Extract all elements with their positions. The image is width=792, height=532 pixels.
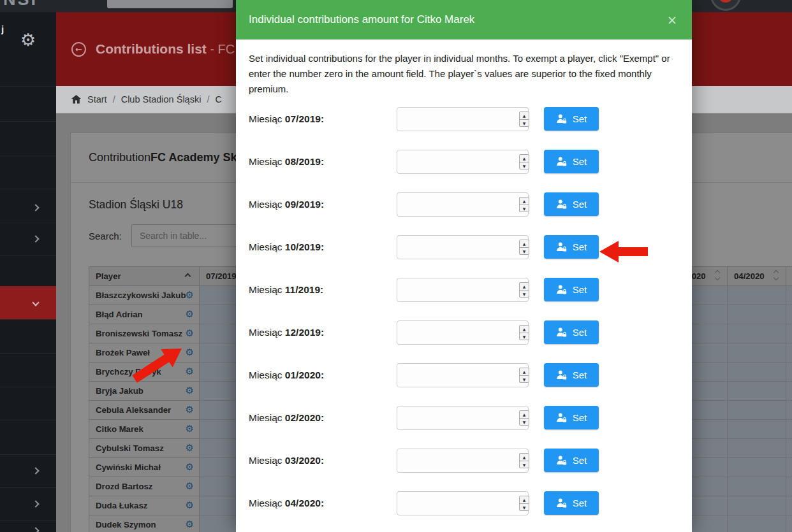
breadcrumb-item[interactable]: C — [215, 94, 221, 104]
amount-input[interactable] — [397, 235, 529, 259]
month-label: Miesiąc 01/2020: — [249, 370, 324, 380]
set-button[interactable]: Set — [544, 192, 599, 216]
chevron-right-icon — [32, 500, 39, 507]
spinner-up-icon[interactable]: ▲ — [520, 411, 529, 418]
spinner-up-icon[interactable]: ▲ — [520, 368, 529, 375]
spinner-down-icon[interactable]: ▼ — [520, 162, 529, 169]
spinner-down-icon[interactable]: ▼ — [520, 375, 529, 382]
month-label: Miesiąc 02/2020: — [249, 412, 324, 423]
number-spinner[interactable]: ▲ ▼ — [519, 325, 529, 340]
spinner-up-icon[interactable]: ▲ — [520, 496, 529, 503]
user-lock-icon — [556, 412, 567, 423]
set-button-label: Set — [573, 455, 587, 466]
set-button-label: Set — [573, 327, 587, 338]
set-button-label: Set — [573, 412, 587, 423]
spinner-down-icon[interactable]: ▼ — [520, 247, 529, 254]
spinner-down-icon[interactable]: ▼ — [520, 205, 529, 212]
month-label: Miesiąc 07/2019: — [249, 113, 324, 124]
spinner-down-icon[interactable]: ▼ — [520, 333, 529, 340]
page-title: Contributions list - FC A — [96, 41, 246, 57]
month-label: Miesiąc 12/2019: — [249, 327, 324, 338]
global-search-input[interactable] — [107, 0, 233, 8]
spinner-down-icon[interactable]: ▼ — [520, 119, 529, 126]
number-spinner[interactable]: ▲ ▼ — [519, 197, 529, 212]
number-spinner[interactable]: ▲ ▼ — [519, 282, 529, 298]
set-button[interactable]: Set — [544, 235, 599, 259]
number-spinner[interactable]: ▲ ▼ — [519, 154, 529, 169]
month-label: Miesiąc 03/2020: — [249, 455, 324, 466]
number-spinner[interactable]: ▲ ▼ — [519, 240, 529, 255]
spinner-up-icon[interactable]: ▲ — [520, 240, 529, 247]
spinner-up-icon[interactable]: ▲ — [520, 198, 529, 205]
sidebar-item[interactable] — [0, 521, 56, 532]
month-row: Miesiąc 08/2019: ▲ ▼ Set — [249, 150, 671, 174]
month-label: Miesiąc 11/2019: — [249, 284, 323, 295]
amount-input[interactable] — [397, 449, 529, 473]
set-button-label: Set — [573, 113, 587, 124]
set-button[interactable]: Set — [544, 363, 599, 387]
sidebar-item-active[interactable] — [0, 286, 56, 319]
chevron-right-icon — [32, 467, 39, 474]
sidebar-item[interactable] — [0, 454, 56, 487]
set-button-label: Set — [573, 284, 587, 295]
amount-input[interactable] — [397, 150, 529, 174]
chevron-down-icon — [32, 299, 39, 306]
month-row: Miesiąc 09/2019: ▲ ▼ Set — [249, 192, 671, 217]
sidebar-nav: j ⚙ — [0, 12, 56, 532]
amount-input[interactable] — [397, 278, 529, 302]
close-icon[interactable]: × — [665, 13, 679, 27]
user-lock-icon — [556, 156, 567, 167]
amount-input[interactable] — [397, 320, 529, 345]
set-button-label: Set — [573, 241, 587, 252]
month-row: Miesiąc 12/2019: ▲ ▼ Set — [249, 320, 671, 345]
modal-header: Individual contributions amount for Citk… — [236, 0, 692, 40]
month-row: Miesiąc 07/2019: ▲ ▼ Set — [249, 107, 671, 131]
number-spinner[interactable]: ▲ ▼ — [519, 111, 529, 127]
spinner-up-icon[interactable]: ▲ — [520, 155, 529, 162]
number-spinner[interactable]: ▲ ▼ — [519, 368, 529, 383]
set-button-label: Set — [573, 199, 587, 210]
amount-input[interactable] — [397, 406, 529, 430]
modal-intro-text: Set individual contributions for the pla… — [249, 51, 677, 97]
set-button[interactable]: Set — [544, 320, 599, 344]
spinner-down-icon[interactable]: ▼ — [520, 461, 529, 468]
breadcrumb-item[interactable]: Club Stadion Śląski — [121, 94, 202, 104]
back-button[interactable]: ← — [71, 42, 86, 57]
spinner-up-icon[interactable]: ▲ — [520, 454, 529, 461]
spinner-down-icon[interactable]: ▼ — [520, 290, 529, 297]
spinner-up-icon[interactable]: ▲ — [520, 326, 529, 333]
chevron-right-icon — [32, 235, 39, 242]
set-button-label: Set — [573, 498, 587, 508]
chevron-right-icon — [32, 204, 39, 211]
number-spinner[interactable]: ▲ ▼ — [519, 453, 529, 468]
modal-body: Set individual contributions for the pla… — [236, 40, 692, 515]
sidebar-item[interactable] — [0, 222, 56, 255]
user-lock-icon — [556, 199, 567, 210]
club-logo — [710, 0, 741, 11]
user-lock-icon — [556, 327, 567, 338]
set-button[interactable]: Set — [544, 107, 599, 131]
breadcrumb-item[interactable]: Start — [87, 94, 107, 104]
amount-input[interactable] — [397, 363, 529, 387]
set-button[interactable]: Set — [544, 278, 599, 301]
home-icon[interactable] — [71, 95, 81, 104]
amount-input[interactable] — [397, 192, 529, 217]
amount-input[interactable] — [397, 491, 529, 515]
user-lock-icon — [556, 455, 567, 466]
number-spinner[interactable]: ▲ ▼ — [519, 410, 529, 426]
settings-gear-icon[interactable]: ⚙ — [0, 30, 56, 50]
set-button[interactable]: Set — [544, 449, 599, 472]
sidebar-item[interactable] — [0, 189, 56, 222]
number-spinner[interactable]: ▲ ▼ — [519, 496, 529, 511]
breadcrumb-items: /Start/Club Stadion Śląski/C — [87, 94, 222, 104]
spinner-down-icon[interactable]: ▼ — [520, 503, 529, 510]
set-button[interactable]: Set — [544, 406, 599, 429]
user-lock-icon — [556, 113, 567, 124]
amount-input[interactable] — [397, 107, 529, 131]
spinner-up-icon[interactable]: ▲ — [520, 112, 529, 119]
spinner-up-icon[interactable]: ▲ — [520, 283, 529, 290]
spinner-down-icon[interactable]: ▼ — [520, 418, 529, 425]
set-button[interactable]: Set — [544, 491, 599, 515]
sidebar-item[interactable] — [0, 487, 56, 521]
set-button[interactable]: Set — [544, 150, 599, 173]
